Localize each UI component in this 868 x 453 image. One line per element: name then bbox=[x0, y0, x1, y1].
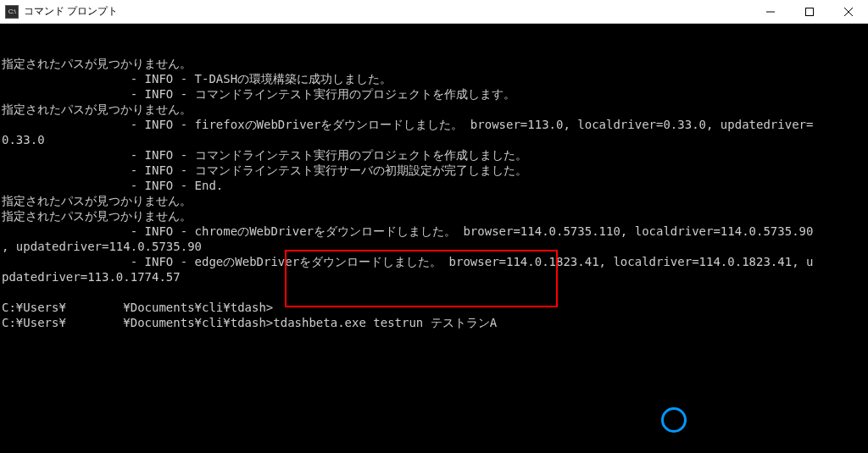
terminal-line: - INFO - コマンドラインテスト実行サーバの初期設定が完了しました。 bbox=[2, 163, 865, 178]
terminal-line: - INFO - edgeのWebDriverをダウンロードしました。 brow… bbox=[2, 254, 865, 269]
terminal-line: - INFO - コマンドラインテスト実行用のプロジェクトを作成しました。 bbox=[2, 147, 865, 163]
terminal-line: 指定されたパスが見つかりません。 bbox=[2, 56, 865, 71]
cortana-ring-icon bbox=[661, 407, 687, 433]
window-title: コマンド プロンプト bbox=[24, 4, 118, 19]
terminal-line: - INFO - chromeのWebDriverをダウンロードしました。 br… bbox=[2, 224, 865, 239]
titlebar[interactable]: C:\ コマンド プロンプト bbox=[0, 0, 868, 24]
app-icon-text: C:\ bbox=[8, 8, 16, 15]
terminal-line: 0.33.0 bbox=[2, 132, 865, 147]
app-icon: C:\ bbox=[5, 5, 19, 19]
close-button[interactable] bbox=[829, 0, 868, 23]
terminal-line: C:¥Users¥ ¥Documents¥cli¥tdash> bbox=[2, 300, 865, 315]
close-icon bbox=[844, 8, 853, 16]
terminal-line: 指定されたパスが見つかりません。 bbox=[2, 208, 865, 224]
terminal-line: - INFO - T-DASHの環境構築に成功しました。 bbox=[2, 71, 865, 86]
terminal-line: - INFO - firefoxのWebDriverをダウンロードしました。 b… bbox=[2, 117, 865, 132]
terminal-line: - INFO - End. bbox=[2, 178, 865, 193]
terminal-line: 指定されたパスが見つかりません。 bbox=[2, 102, 865, 117]
terminal-line: 指定されたパスが見つかりません。 bbox=[2, 193, 865, 208]
command-prompt-window: C:\ コマンド プロンプト 指定されたパスが見つかりません。 - INFO -… bbox=[0, 0, 868, 453]
terminal-line: - INFO - コマンドラインテスト実行用のプロジェクトを作成します。 bbox=[2, 86, 865, 102]
terminal-line: C:¥Users¥ ¥Documents¥cli¥tdash>tdashbeta… bbox=[2, 315, 865, 330]
minimize-icon bbox=[766, 8, 775, 16]
window-controls bbox=[751, 0, 868, 23]
minimize-button[interactable] bbox=[751, 0, 790, 23]
terminal-line: pdatedriver=113.0.1774.57 bbox=[2, 269, 865, 285]
terminal-line: , updatedriver=114.0.5735.90 bbox=[2, 239, 865, 254]
maximize-icon bbox=[805, 8, 814, 16]
svg-rect-1 bbox=[806, 8, 814, 15]
terminal-output-area[interactable]: 指定されたパスが見つかりません。 - INFO - T-DASHの環境構築に成功… bbox=[0, 24, 868, 453]
maximize-button[interactable] bbox=[790, 0, 829, 23]
terminal-lines: 指定されたパスが見つかりません。 - INFO - T-DASHの環境構築に成功… bbox=[2, 56, 865, 330]
terminal-line bbox=[2, 285, 865, 300]
